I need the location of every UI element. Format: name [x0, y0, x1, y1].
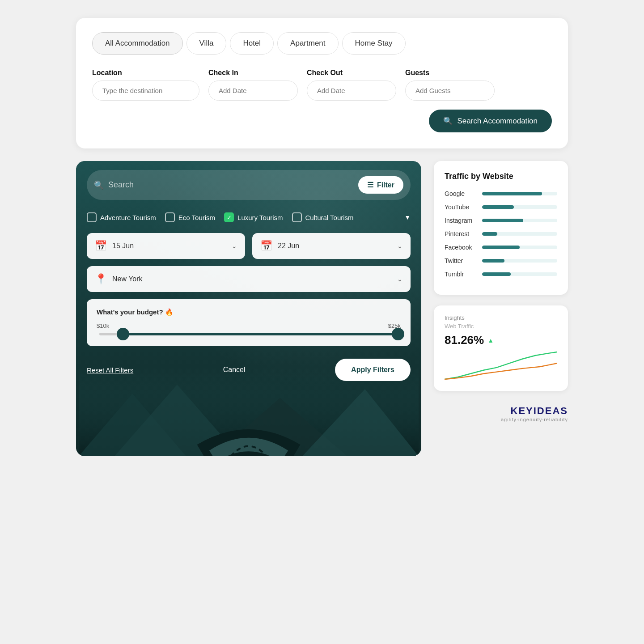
- accommodation-tabs: All Accommodation Villa Hotel Apartment …: [92, 32, 552, 55]
- location-chevron: ⌄: [397, 275, 402, 283]
- filter-icon: ☰: [367, 181, 373, 189]
- traffic-bar: [482, 205, 514, 209]
- checkin-input[interactable]: [208, 80, 298, 101]
- brand-name: KEYIDEAS: [511, 405, 568, 417]
- insights-section-label: Insights: [445, 314, 557, 321]
- traffic-bar-bg: [482, 192, 557, 195]
- filter-button[interactable]: ☰ Filter: [358, 176, 403, 194]
- traffic-bar: [482, 219, 523, 222]
- traffic-bar-bg: [482, 232, 557, 236]
- date-from-label: 15 Jun: [112, 242, 226, 250]
- search-card: All Accommodation Villa Hotel Apartment …: [76, 18, 568, 148]
- location-input[interactable]: [92, 80, 199, 101]
- insights-value: 81.26%: [445, 333, 484, 347]
- tourism-checkboxes: Adventure Tourism Eco Tourism ✓ Luxury T…: [87, 212, 411, 222]
- checkout-label: Check Out: [307, 69, 396, 77]
- traffic-site-label: Instagram: [445, 217, 477, 224]
- filter-search-bar: 🔍 ☰ Filter: [87, 170, 411, 200]
- filter-search-input[interactable]: [108, 180, 354, 190]
- filter-search-icon: 🔍: [94, 180, 104, 190]
- traffic-site-label: Facebook: [445, 244, 477, 251]
- branding: KEYIDEAS agility·ingenuity·reliability: [434, 405, 568, 422]
- checkout-input[interactable]: [307, 80, 396, 101]
- bottom-row: 🔍 ☰ Filter Adventure Tourism Ec: [76, 161, 568, 456]
- date-row: 📅 15 Jun ⌄ 📅 22 Jun ⌄: [87, 233, 411, 259]
- checkbox-cultural-tourism[interactable]: Cultural Tourism: [292, 212, 354, 222]
- checkout-group: Check Out: [307, 69, 396, 101]
- checkbox-luxury-tourism[interactable]: ✓ Luxury Tourism: [224, 212, 283, 222]
- guests-input[interactable]: [405, 80, 495, 101]
- traffic-bar-bg: [482, 272, 557, 276]
- checkbox-adventure-tourism[interactable]: Adventure Tourism: [87, 212, 156, 222]
- budget-slider-thumb-left[interactable]: [117, 328, 129, 340]
- location-value: New York: [112, 275, 392, 283]
- checkbox-eco-label: Eco Tourism: [178, 214, 215, 221]
- date-from-selector[interactable]: 📅 15 Jun ⌄: [87, 233, 245, 259]
- reset-filters-button[interactable]: Reset All Filters: [87, 366, 133, 374]
- filter-actions: Reset All Filters Cancel Apply Filters: [87, 359, 411, 381]
- filter-btn-label: Filter: [377, 181, 394, 189]
- checkbox-luxury-box: ✓: [224, 212, 234, 222]
- calendar-from-icon: 📅: [95, 240, 107, 252]
- search-accommodation-button[interactable]: 🔍 Search Accommodation: [429, 110, 552, 132]
- tourism-dropdown-arrow[interactable]: ▼: [404, 214, 411, 221]
- checkbox-adventure-box: [87, 212, 97, 222]
- tab-all-accommodation[interactable]: All Accommodation: [92, 32, 183, 55]
- tab-apartment[interactable]: Apartment: [277, 32, 338, 55]
- location-label: Location: [92, 69, 199, 77]
- budget-slider-track[interactable]: [99, 333, 398, 335]
- location-selector[interactable]: 📍 New York ⌄: [87, 266, 411, 292]
- right-column: Traffic by Website Google YouTube Instag…: [434, 161, 568, 422]
- location-group: Location: [92, 69, 199, 101]
- budget-min-label: $10k: [97, 322, 109, 329]
- insights-chart: [445, 351, 557, 382]
- traffic-bar-bg: [482, 205, 557, 209]
- insights-metric-label: Web Traffic: [445, 323, 557, 330]
- budget-range-labels: $10k $25k: [97, 322, 401, 329]
- checkbox-eco-tourism[interactable]: Eco Tourism: [165, 212, 215, 222]
- filter-panel: 🔍 ☰ Filter Adventure Tourism Ec: [76, 161, 421, 456]
- budget-slider-thumb-right[interactable]: [392, 328, 404, 340]
- search-btn-label: Search Accommodation: [457, 117, 538, 126]
- traffic-row: Facebook: [445, 244, 557, 251]
- tab-hotel[interactable]: Hotel: [230, 32, 274, 55]
- budget-card: What's your budget? 🔥 $10k $25k: [87, 299, 411, 346]
- budget-title: What's your budget? 🔥: [97, 308, 401, 316]
- traffic-site-label: YouTube: [445, 203, 477, 211]
- traffic-row: Tumblr: [445, 271, 557, 278]
- brand-tagline: agility·ingenuity·reliability: [501, 417, 568, 422]
- insights-trend-arrow: ▲: [487, 337, 494, 344]
- checkin-label: Check In: [208, 69, 298, 77]
- traffic-site-label: Pinterest: [445, 230, 477, 237]
- guests-group: Guests: [405, 69, 495, 101]
- cancel-button[interactable]: Cancel: [223, 366, 246, 374]
- traffic-rows: Google YouTube Instagram Pinterest Faceb…: [445, 190, 557, 278]
- date-from-chevron: ⌄: [232, 242, 237, 250]
- checkbox-eco-box: [165, 212, 175, 222]
- date-to-selector[interactable]: 📅 22 Jun ⌄: [252, 233, 411, 259]
- budget-slider-fill: [123, 333, 398, 335]
- traffic-bar: [482, 232, 497, 236]
- search-fields: Location Check In Check Out Guests: [92, 69, 552, 101]
- traffic-site-label: Google: [445, 190, 477, 197]
- checkbox-adventure-label: Adventure Tourism: [100, 214, 156, 221]
- tab-homestay[interactable]: Home Stay: [342, 32, 406, 55]
- tab-villa[interactable]: Villa: [186, 32, 227, 55]
- checkin-group: Check In: [208, 69, 298, 101]
- traffic-bar: [482, 272, 511, 276]
- traffic-title: Traffic by Website: [445, 172, 557, 181]
- insights-value-row: 81.26% ▲: [445, 333, 557, 347]
- insights-card: Insights Web Traffic 81.26% ▲: [434, 305, 568, 391]
- traffic-site-label: Twitter: [445, 257, 477, 264]
- search-icon: 🔍: [443, 116, 453, 126]
- search-btn-row: 🔍 Search Accommodation: [92, 110, 552, 132]
- traffic-row: Google: [445, 190, 557, 197]
- traffic-row: Pinterest: [445, 230, 557, 237]
- apply-filters-button[interactable]: Apply Filters: [335, 359, 411, 381]
- traffic-site-label: Tumblr: [445, 271, 477, 278]
- guests-label: Guests: [405, 69, 495, 77]
- traffic-card: Traffic by Website Google YouTube Instag…: [434, 161, 568, 295]
- traffic-bar-bg: [482, 246, 557, 249]
- outer-wrapper: All Accommodation Villa Hotel Apartment …: [76, 18, 568, 456]
- traffic-bar-bg: [482, 259, 557, 263]
